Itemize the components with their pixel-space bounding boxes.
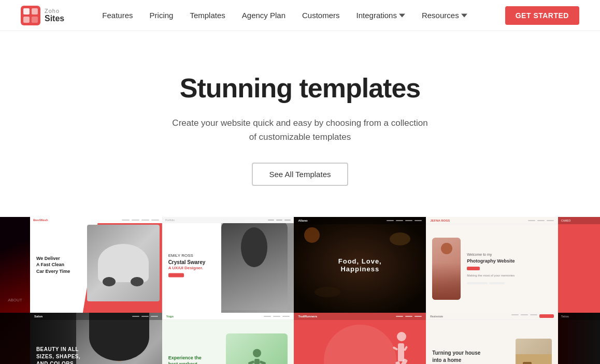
- template-card-portfolio[interactable]: Portfolio EMILY ROSS Crystal Swarey A UX…: [162, 217, 294, 313]
- nav-features[interactable]: Features: [102, 11, 133, 20]
- template-card-running[interactable]: TrailRunners RUNNING: [294, 313, 426, 364]
- template-card-food[interactable]: Allano Food, Love, Happiness: [294, 217, 426, 313]
- template-card-partial-right-1: CAMEO: [558, 217, 600, 313]
- template-preview-dark-fire: ABOUT: [0, 217, 30, 313]
- logo[interactable]: Zoho Sites: [21, 6, 64, 25]
- zoho-sites-logo-icon: [21, 6, 40, 25]
- template-card-dark-fire[interactable]: ABOUT: [0, 217, 30, 313]
- svg-rect-1: [23, 8, 30, 14]
- nav-agency-plan[interactable]: Agency Plan: [242, 11, 285, 20]
- zoho-label: Zoho: [45, 8, 64, 14]
- nav-customers[interactable]: Customers: [302, 11, 340, 20]
- nav-integrations-dropdown[interactable]: Integrations: [356, 11, 405, 20]
- templates-row-1: ABOUT We DeliverA Fast CleanCar Every Ti…: [0, 217, 600, 313]
- logo-text: Zoho Sites: [45, 8, 64, 23]
- nav-links: Features Pricing Templates Agency Plan C…: [102, 11, 467, 20]
- see-all-templates-button[interactable]: See All Templates: [252, 163, 349, 186]
- template-card-beauty[interactable]: Salon BEAUTY IN ALLSIZES, SHAPES,AND COL…: [30, 313, 162, 364]
- template-card-partial-right-2: Tattoo THE BESTBeau...: [558, 313, 600, 364]
- navbar: Zoho Sites Features Pricing Templates Ag…: [0, 0, 600, 31]
- svg-rect-4: [32, 17, 38, 23]
- template-card-realestate[interactable]: Realestate Turning your houseinto a home: [426, 313, 558, 364]
- template-card-photography[interactable]: JEFNA ROSS Welcome to my Photography Web…: [426, 217, 558, 313]
- hero-title: Stunning templates: [10, 72, 590, 104]
- template-card-fitness[interactable]: Yoga Experience thebest workout: [162, 313, 294, 364]
- svg-rect-3: [23, 17, 30, 23]
- template-card-partial-left-2: [0, 313, 30, 364]
- svg-rect-2: [32, 8, 38, 14]
- template-card-carwash[interactable]: We DeliverA Fast CleanCar Every Time Bes…: [30, 217, 162, 313]
- nav-templates[interactable]: Templates: [190, 11, 225, 20]
- templates-row-2: Salon BEAUTY IN ALLSIZES, SHAPES,AND COL…: [0, 313, 600, 364]
- nav-pricing[interactable]: Pricing: [150, 11, 174, 20]
- nav-resources-dropdown[interactable]: Resources: [422, 11, 467, 20]
- hero-section: Stunning templates Create your website q…: [0, 31, 600, 217]
- carwash-headline: We DeliverA Fast CleanCar Every Time: [36, 255, 70, 275]
- get-started-button[interactable]: GET STARTED: [505, 6, 579, 25]
- hero-subtitle: Create your website quick and easy by ch…: [170, 116, 430, 144]
- sites-label: Sites: [45, 14, 64, 23]
